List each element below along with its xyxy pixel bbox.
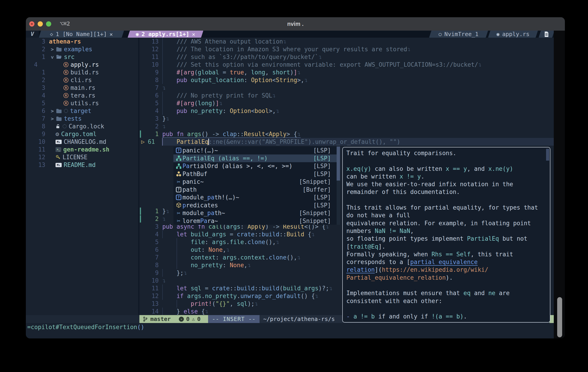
tree-item-src[interactable]: 1>src [26, 53, 138, 61]
completion-item[interactable]: ?panic!(…)~[LSP] [173, 147, 340, 154]
tree-item-label: CHANGELOG.md [64, 138, 106, 145]
code-line[interactable]: 5 #[arg(long)]↴ [139, 99, 554, 107]
doc-text: can also be written [371, 165, 446, 172]
doc-link[interactable]: partial equivalence [410, 259, 478, 265]
tree-item-tera-rs[interactable]: 4Rtera.rs [26, 92, 138, 99]
completion-source-tag: [Snippet] [299, 218, 340, 224]
close-tab-icon[interactable]: ✕ [192, 31, 195, 37]
line-number: 3 [26, 84, 45, 91]
code-line[interactable]: 1pub fn args() -> clap::Result<Apply> {↴ [139, 130, 554, 138]
line-number: 12 [139, 45, 159, 53]
completion-label: PartialOrd (alias >, <, <=, >=) [182, 163, 293, 169]
code-line[interactable]: 6 /// No pretty print for SQL↴ [139, 92, 554, 99]
code-line[interactable]: ▷61 PartialEq::ne(&env::var("AWS_PROFILE… [139, 138, 554, 146]
struct-kind-icon [176, 171, 182, 177]
chevron-right-icon[interactable]: > [51, 116, 54, 121]
code-line[interactable]: 12 /// The location in Amazon S3 where y… [139, 45, 554, 53]
snippet-kind-icon: ✂ [177, 218, 180, 224]
completion-item[interactable]: ✂loremPara~[Snippet] [173, 217, 340, 225]
code-text: ↴ [162, 84, 166, 92]
code-text: pub output_location: Option<String>,↴ [162, 76, 308, 84]
tree-item-label: LICENSE [63, 154, 87, 161]
doc-text: ). [446, 274, 453, 281]
terminal-scrollbar-thumb[interactable] [557, 297, 562, 337]
tree-item-tests[interactable]: 7>tests [26, 115, 138, 122]
winbar-nvimtree[interactable]: ○ NvimTree_1 [430, 31, 487, 38]
completion-scrollbar[interactable] [337, 147, 340, 225]
code-line[interactable]: 13 /// AWS Athena output location↴ [139, 38, 554, 45]
tree-item-changelog-md[interactable]: 10M↓CHANGELOG.md [26, 138, 138, 146]
tree-item-utils-rs[interactable]: 5Rutils.rs [26, 99, 138, 107]
line-number: 10 [26, 138, 45, 145]
code-line[interactable]: 10 /// Set this option via environment v… [139, 61, 554, 68]
tree-item-gen-readme-sh[interactable]: 11>_gen-readme.sh [26, 146, 138, 153]
code-text: #[arg(long)]↴ [162, 99, 223, 107]
completion-item[interactable]: predicates[LSP] [173, 201, 340, 209]
close-tab-icon[interactable]: ✕ [110, 31, 113, 37]
completion-item[interactable]: PartialEq (alias ==, !=)[LSP] [173, 154, 340, 162]
tab-no-name[interactable]: ◇ 1 [No Name][1+] ✕ [40, 31, 123, 38]
tree-item-content: athena-rs [49, 38, 81, 45]
code-text: /// The location in Amazon S3 where your… [162, 45, 411, 53]
diagnostics-error-count: 0 [186, 316, 189, 322]
completion-label: predicates [182, 202, 218, 209]
tree-item-build-rs[interactable]: 1Rbuild.rs [26, 68, 138, 76]
completion-source-tag: [LSP] [313, 194, 340, 201]
nvim-logo-icon: V [26, 31, 39, 38]
tree-item-license[interactable]: 12LICENSE [26, 153, 138, 161]
eol-marker: ↴ [478, 61, 482, 68]
line-number: 3 [26, 38, 45, 45]
tree-item-label: build.rs [71, 69, 99, 76]
chevron-right-icon[interactable]: > [51, 108, 54, 114]
winbar-apply-rs[interactable]: ◉ apply.rs [489, 31, 537, 38]
tree-item-cargo-lock[interactable]: 8Cargo.lock [26, 122, 138, 130]
buffer-list-button[interactable] [540, 31, 553, 38]
completion-item[interactable]: ✂module_path~[Snippet] [173, 209, 340, 217]
chevron-right-icon[interactable]: > [51, 46, 54, 52]
module-kind-icon [176, 202, 182, 208]
completion-item[interactable]: PathBuf[LSP] [173, 170, 340, 178]
code-line[interactable]: 9 #[arg(global = true, long, short)]↴ [139, 68, 554, 76]
command-line-text: =copilot#TextQueuedForInsertion [27, 324, 137, 330]
tree-item-readme-md[interactable]: 13M↓README.md [26, 161, 138, 169]
chevron-down-icon[interactable]: > [50, 56, 55, 59]
tree-item-cli-rs[interactable]: 2Rcli.rs [26, 76, 138, 84]
completion-item[interactable]: ?path[Buffer] [173, 186, 340, 194]
doc-text: eq [463, 290, 471, 296]
completion-item[interactable]: ?module_path!(…)~[LSP] [173, 194, 340, 201]
doc-text: !(a == b) [431, 313, 463, 320]
tree-item-target[interactable]: 6>target [26, 107, 138, 115]
tree-item-cargo-toml[interactable]: 9⚙Cargo.toml [26, 130, 138, 138]
tree-item-examples[interactable]: 2>examples [26, 45, 138, 53]
doc-link[interactable]: relation [346, 266, 375, 273]
tab-apply-rs[interactable]: ◉ 2 apply.rs[1+] ✕ [129, 31, 202, 38]
code-line[interactable]: 4 pub no_pretty: Option<bool>,↴ [139, 107, 554, 115]
tree-item-label: tests [64, 115, 82, 122]
tree-item-content: LICENSE [55, 153, 87, 161]
line-number: 5 [26, 100, 45, 107]
completion-label: loremPara~ [182, 218, 218, 224]
documentation-scrollbar-thumb[interactable] [546, 149, 549, 161]
tree-item-apply-rs[interactable]: 4Rapply.rs [26, 61, 138, 68]
tree-item-label: Cargo.lock [69, 123, 104, 130]
tree-item-main-rs[interactable]: 3Rmain.rs [26, 84, 138, 92]
doc-text: . [421, 173, 425, 180]
code-line[interactable]: 2↴ [139, 122, 554, 130]
git-branch-name: master [150, 316, 171, 322]
code-line[interactable]: 11 /// such as `s3://path/to/query/bucke… [139, 53, 554, 61]
statusline-tree-section [26, 315, 139, 323]
doc-text: , and [467, 165, 488, 172]
code-line[interactable]: 8 pub output_location: Option<String>,↴ [139, 76, 554, 84]
doc-line: We use the easier-to-read infix notation… [346, 180, 550, 188]
tree-item-athena-rs[interactable]: 3athena-rs [26, 38, 138, 45]
code-line[interactable]: 7↴ [139, 84, 554, 92]
doc-text: . [463, 313, 467, 320]
completion-scrollbar-thumb[interactable] [337, 147, 340, 181]
doc-text: - [346, 313, 353, 320]
window-title: nvim . [26, 21, 565, 27]
code-text: out: None,↴ [162, 246, 230, 254]
code-line[interactable]: 3}↴ [139, 115, 554, 122]
completion-item[interactable]: ✂panic~[Snippet] [173, 178, 340, 186]
completion-item[interactable]: PartialOrd (alias >, <, <=, >=)[LSP] [173, 162, 340, 170]
doc-line: [trait@Eq]. [346, 243, 550, 251]
